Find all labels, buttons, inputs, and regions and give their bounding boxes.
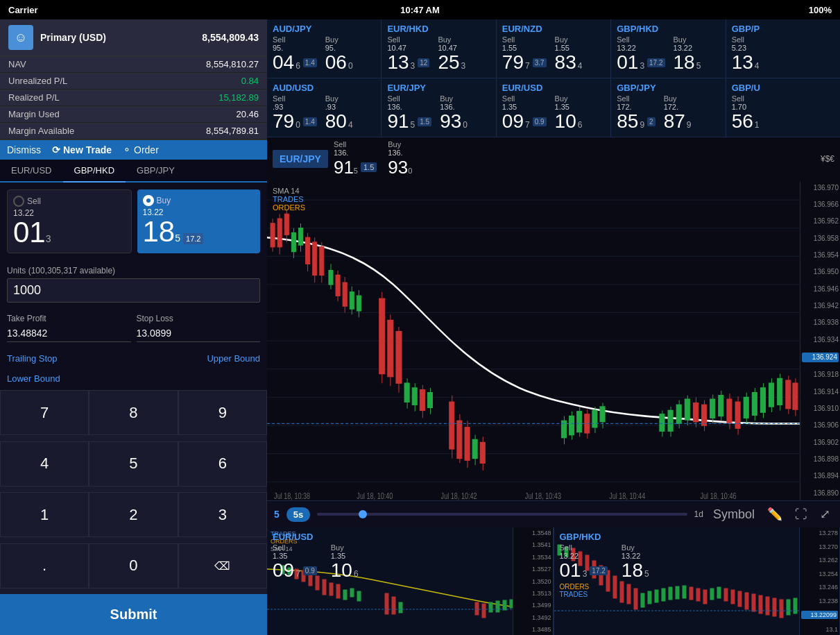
card-audjpy[interactable]: AUD/JPY Sell 95. 046 1.4 Buy 95.: [267, 19, 382, 78]
card-audusd[interactable]: AUD/USD Sell .93 790 1.4 Buy .93: [267, 78, 382, 137]
svg-rect-66: [577, 411, 582, 432]
sell-sup: 3: [46, 233, 51, 244]
chart-overlay-labels: SMA 14 TRADES ORDERS: [273, 187, 305, 212]
card-eurhkd[interactable]: EUR/HKD Sell 10.47 133 12 Buy 10.47: [382, 19, 496, 78]
trailing-stop-link[interactable]: Trailing Stop: [7, 353, 58, 364]
svg-rect-131: [475, 602, 479, 615]
svg-rect-76: [668, 410, 673, 431]
currency-grid-top: AUD/JPY Sell 95. 046 1.4 Buy 95.: [267, 19, 840, 78]
chart-period-pill[interactable]: 5s: [286, 507, 310, 522]
buy-label: Buy: [157, 196, 171, 205]
nav-row: NAV 8,554,810.27: [0, 56, 267, 73]
svg-rect-123: [329, 583, 333, 595]
key-2[interactable]: 2: [89, 492, 178, 537]
pair-gbphkd-top: GBP/HKD: [617, 24, 719, 34]
svg-rect-135: [503, 600, 506, 610]
stop-loss-input[interactable]: [137, 325, 261, 342]
units-label: Units (100,305,317 available): [7, 266, 260, 276]
pair-eurhkd: EUR/HKD: [387, 24, 490, 34]
svg-rect-132: [482, 604, 486, 618]
left-panel: ☺ Primary (USD) 8,554,809.43 NAV 8,554,8…: [0, 19, 267, 635]
key-backspace[interactable]: ⌫: [178, 543, 267, 589]
tpsl-row: Take Profit Stop Loss: [0, 308, 267, 348]
svg-rect-60: [480, 442, 485, 463]
new-trade-button[interactable]: ⟳ New Trade: [52, 144, 112, 155]
numpad: 7 8 9 4 5 6 1 2 3 . 0 ⌫ Submit: [0, 390, 267, 635]
svg-rect-124: [336, 584, 340, 598]
bottom-card-gbphkd[interactable]: GBP/HKD Sell 13.22 013 17.2 Buy: [554, 527, 841, 635]
pair-eurjpy: EUR/JPY: [387, 83, 490, 93]
chart-header: EUR/JPY Sell 136. 91 5 1.5 Buy 13: [267, 137, 840, 181]
svg-text:Jul 18, 10:44: Jul 18, 10:44: [609, 491, 645, 500]
order-button[interactable]: ⚬ Order: [123, 144, 159, 155]
card-gbpp[interactable]: GBP/P Sell 5.23 134: [726, 19, 840, 78]
key-1[interactable]: 1: [0, 492, 89, 537]
sell-main: 01: [13, 218, 46, 247]
key-9[interactable]: 9: [178, 390, 267, 435]
sell-box[interactable]: Sell 13.22 01 3: [7, 189, 132, 253]
key-0[interactable]: 0: [89, 543, 178, 589]
tab-gbphkd[interactable]: GBP/HKD: [63, 160, 126, 183]
card-eurjpy[interactable]: EUR/JPY Sell 136. 915 1.5 Buy 136.: [382, 78, 496, 137]
upper-bound-link[interactable]: Upper Bound: [207, 353, 260, 364]
key-dot[interactable]: .: [0, 543, 89, 589]
chart-symbol-label: Symbol: [710, 506, 757, 523]
tab-eurusd[interactable]: EUR/USD: [0, 160, 63, 183]
account-avatar: ☺: [8, 25, 33, 50]
svg-rect-190: [766, 597, 769, 615]
svg-rect-98: [760, 388, 765, 412]
pair-gbpu: GBP/U: [732, 83, 834, 93]
realized-pl-value: 15,182.89: [218, 92, 259, 103]
buy-box[interactable]: Buy 13.22 18 5 17.2: [137, 189, 261, 253]
submit-button[interactable]: Submit: [0, 594, 267, 635]
chart-draw-icon[interactable]: ✏️: [764, 505, 785, 523]
card-eurnzd[interactable]: EUR/NZD Sell 1.55 797 3.7 Buy 1.55: [497, 19, 611, 78]
svg-rect-92: [735, 402, 740, 428]
margin-used-row: Margin Used 20.46: [0, 106, 267, 123]
card-gbpjpy[interactable]: GBP/JPY Sell 172. 859 2 Buy 172.: [611, 78, 726, 137]
sma-label: SMA 14: [273, 187, 305, 195]
svg-rect-191: [773, 598, 776, 616]
pair-gbpjpy: GBP/JPY: [617, 83, 719, 93]
unrealized-pl-label: Unrealized P/L: [8, 76, 67, 86]
tab-gbpjpy[interactable]: GBP/JPY: [126, 160, 186, 183]
lower-bound-link[interactable]: Lower Bound: [7, 373, 60, 384]
order-label: Order: [134, 144, 159, 155]
units-input[interactable]: [7, 278, 260, 303]
numpad-grid: 7 8 9 4 5 6 1 2 3 . 0 ⌫: [0, 390, 267, 594]
buy-sell-section: Sell 13.22 01 3 Buy 1: [0, 183, 267, 260]
status-bar: Carrier 10:47 AM 100%: [0, 0, 840, 19]
realized-pl-label: Realized P/L: [8, 92, 60, 103]
take-profit-input[interactable]: [7, 325, 131, 342]
svg-rect-133: [489, 602, 492, 612]
pair-gbpp: GBP/P: [732, 24, 834, 34]
margin-available-value: 8,554,789.81: [206, 126, 259, 136]
buy-radio[interactable]: [143, 195, 154, 206]
sell-radio[interactable]: [13, 196, 24, 207]
key-5[interactable]: 5: [89, 441, 178, 486]
svg-rect-193: [787, 600, 790, 615]
key-6[interactable]: 6: [178, 441, 267, 486]
key-7[interactable]: 7: [0, 390, 89, 435]
key-4[interactable]: 4: [0, 441, 89, 486]
chart-currency-icons: ¥$€: [821, 154, 834, 164]
card-gbphkd-top[interactable]: GBP/HKD Sell 13.22 013 17.2 Buy 13.22: [611, 19, 726, 78]
chart-period-slider[interactable]: [317, 513, 687, 516]
options-row: Trailing Stop Upper Bound: [0, 348, 267, 369]
margin-used-label: Margin Used: [8, 109, 60, 119]
bottom-card-eurusd[interactable]: EUR/USD Sell 1.35 097 0.9 Buy 1.: [267, 527, 554, 635]
key-8[interactable]: 8: [89, 390, 178, 435]
card-eurusd-row2[interactable]: EUR/USD Sell 1.35 097 0.9 Buy 1.35: [497, 78, 611, 137]
stop-loss-label: Stop Loss: [137, 314, 261, 323]
chart-buy-sup: 0: [408, 167, 412, 175]
chart-pair-box[interactable]: EUR/JPY: [273, 150, 328, 168]
key-3[interactable]: 3: [178, 492, 267, 537]
dismiss-button[interactable]: Dismiss: [7, 144, 41, 155]
svg-text:Jul 18, 10:46: Jul 18, 10:46: [701, 491, 737, 500]
account-name: Primary (USD): [40, 32, 106, 43]
chart-fullscreen-icon[interactable]: ⤢: [817, 505, 833, 523]
svg-rect-192: [780, 600, 783, 618]
account-stats: NAV 8,554,810.27 Unrealized P/L 0.84 Rea…: [0, 56, 267, 140]
chart-expand-icon[interactable]: ⛶: [792, 506, 810, 523]
card-gbpu[interactable]: GBP/U Sell 1.70 561: [726, 78, 840, 137]
